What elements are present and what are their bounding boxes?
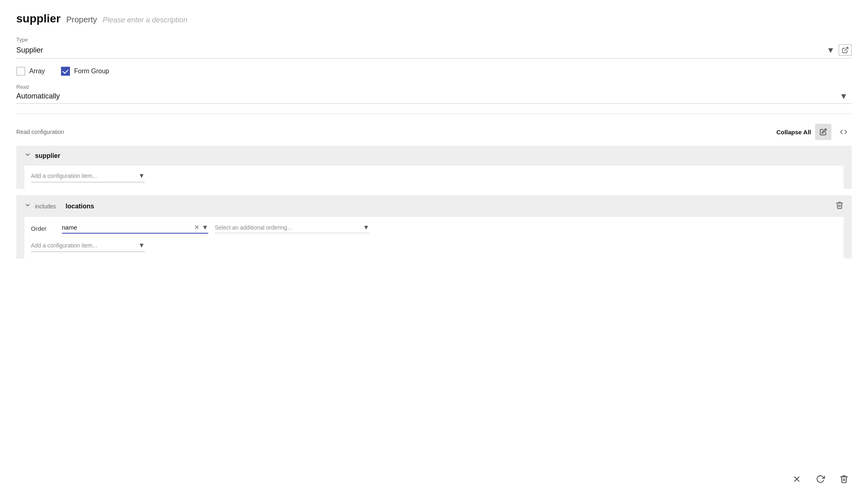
supplier-section-header[interactable]: supplier bbox=[16, 146, 852, 166]
locations-section-body: Order ✕ ▼ Select an additional ordering.… bbox=[24, 217, 844, 258]
locations-add-config-arrow: ▼ bbox=[138, 242, 145, 249]
array-checkbox-label: Array bbox=[29, 68, 45, 75]
bottom-actions bbox=[789, 471, 852, 487]
read-label: Read bbox=[16, 84, 852, 90]
svg-line-0 bbox=[845, 47, 848, 50]
type-dropdown-arrow[interactable]: ▼ bbox=[827, 46, 835, 55]
form-group-checkbox[interactable]: Form Group bbox=[61, 67, 109, 76]
form-group-checkbox-label: Form Group bbox=[74, 68, 109, 75]
locations-config-section: includes locations Order ✕ bbox=[16, 195, 852, 258]
read-section: Read Automatically ▼ bbox=[16, 84, 852, 104]
read-select-row: Automatically ▼ bbox=[16, 92, 852, 104]
locations-title: locations bbox=[65, 203, 94, 210]
type-value: Supplier bbox=[16, 46, 827, 55]
read-config-actions: Collapse All bbox=[776, 124, 852, 140]
supplier-section-body: Add a configuration item... ▼ bbox=[24, 166, 844, 189]
order-clear-icon[interactable]: ✕ bbox=[194, 223, 199, 231]
page-title: supplier bbox=[16, 12, 61, 25]
locations-chevron-icon bbox=[24, 202, 31, 210]
supplier-section-title: supplier bbox=[35, 152, 60, 160]
page-subtitle: Property bbox=[66, 15, 97, 24]
external-link-icon[interactable] bbox=[839, 44, 852, 56]
checkboxes-row: Array Form Group bbox=[16, 67, 852, 76]
order-additional-arrow-icon: ▼ bbox=[363, 224, 369, 231]
supplier-config-section: supplier Add a configuration item... ▼ bbox=[16, 146, 852, 189]
order-dropdown-arrow-icon[interactable]: ▼ bbox=[202, 224, 208, 231]
description-placeholder[interactable]: Please enter a description bbox=[103, 16, 188, 24]
read-value: Automatically bbox=[16, 92, 840, 101]
order-label: Order bbox=[31, 225, 55, 232]
locations-delete-icon[interactable] bbox=[835, 201, 844, 211]
section-divider bbox=[16, 114, 852, 114]
type-select-row: Supplier ▼ bbox=[16, 44, 852, 59]
edit-icon-button[interactable] bbox=[815, 124, 831, 140]
bottom-close-button[interactable] bbox=[789, 471, 805, 487]
page-header: supplier Property Please enter a descrip… bbox=[16, 12, 852, 25]
collapse-all-button[interactable]: Collapse All bbox=[776, 129, 811, 136]
array-checkbox-box[interactable] bbox=[16, 67, 25, 76]
array-checkbox[interactable]: Array bbox=[16, 67, 45, 76]
order-row: Order ✕ ▼ Select an additional ordering.… bbox=[31, 223, 837, 234]
locations-add-config-text: Add a configuration item... bbox=[31, 242, 138, 249]
locations-add-config-dropdown[interactable]: Add a configuration item... ▼ bbox=[31, 242, 145, 252]
supplier-chevron-icon bbox=[24, 151, 31, 160]
order-input[interactable] bbox=[62, 224, 194, 231]
supplier-add-config-dropdown[interactable]: Add a configuration item... ▼ bbox=[31, 172, 145, 182]
type-label: Type bbox=[16, 37, 852, 43]
type-section: Type Supplier ▼ bbox=[16, 37, 852, 59]
read-config-label: Read configuration bbox=[16, 129, 64, 135]
supplier-add-config-arrow: ▼ bbox=[138, 172, 145, 179]
order-additional-dropdown[interactable]: Select an additional ordering... ▼ bbox=[215, 224, 369, 233]
code-icon-button[interactable] bbox=[835, 124, 852, 140]
form-group-checkbox-box[interactable] bbox=[61, 67, 70, 76]
locations-prefix: includes bbox=[35, 203, 56, 210]
read-dropdown-arrow[interactable]: ▼ bbox=[840, 92, 848, 101]
order-additional-text: Select an additional ordering... bbox=[215, 224, 363, 231]
supplier-add-config-text: Add a configuration item... bbox=[31, 173, 138, 179]
bottom-delete-button[interactable] bbox=[836, 471, 852, 487]
order-input-wrapper: ✕ ▼ bbox=[62, 223, 208, 234]
bottom-refresh-button[interactable] bbox=[813, 471, 828, 487]
locations-section-header[interactable]: includes locations bbox=[16, 195, 852, 217]
read-config-header: Read configuration Collapse All bbox=[16, 124, 852, 140]
